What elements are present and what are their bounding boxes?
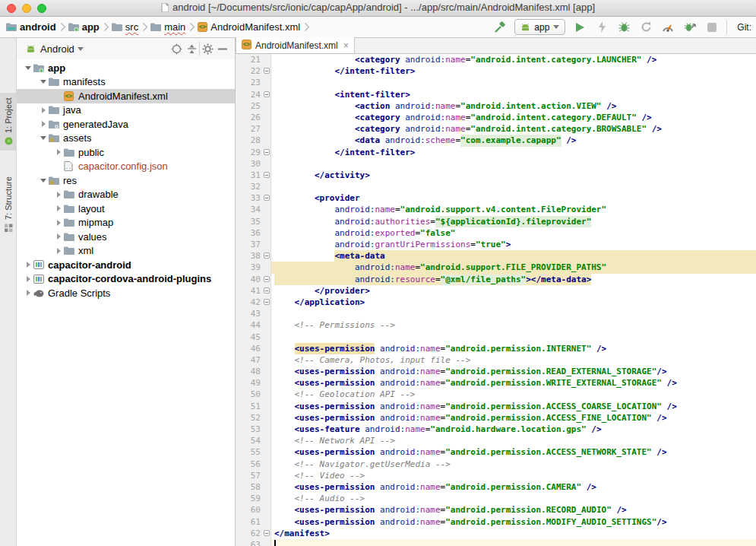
line-number[interactable]: 32 xyxy=(236,181,270,192)
expand-arrow-icon[interactable] xyxy=(53,220,64,226)
line-number[interactable]: 48 xyxy=(236,366,270,377)
tree-item-layout[interactable]: layout xyxy=(17,202,235,216)
tree-item-capacitor-cordova-android-plugins[interactable]: capacitor-cordova-android-plugins xyxy=(17,272,235,287)
line-number[interactable]: 26 xyxy=(236,112,270,123)
breadcrumb-item-android[interactable]: android xyxy=(6,21,56,33)
fold-marker-icon[interactable] xyxy=(264,276,270,282)
code-line-53[interactable]: <uses-feature android:name="android.hard… xyxy=(271,424,756,435)
line-number[interactable]: 41 xyxy=(236,285,270,297)
code-line-42[interactable]: </application> xyxy=(271,297,756,308)
line-number[interactable]: 44 xyxy=(236,319,270,331)
code-line-52[interactable]: <uses-permission android:name="android.p… xyxy=(271,412,756,424)
code-line-24[interactable]: <intent-filter> xyxy=(271,89,756,100)
code-line-35[interactable]: android:authorities="${applicationId}.fi… xyxy=(271,216,756,227)
expand-arrow-icon[interactable] xyxy=(53,205,64,211)
code-line-40[interactable]: android:resource="@xml/file_paths"></met… xyxy=(271,274,756,285)
editor-gutter[interactable]: 2122232425262728293031323334353637383940… xyxy=(236,54,271,546)
expand-arrow-icon[interactable] xyxy=(53,248,64,254)
tool-window-button-structure[interactable]: 7: Structure xyxy=(0,171,17,237)
breadcrumb-item-main[interactable]: main xyxy=(150,21,185,33)
tree-item-app[interactable]: app xyxy=(17,61,235,75)
expand-arrow-icon[interactable] xyxy=(23,276,33,282)
code-line-62[interactable]: </manifest> xyxy=(271,528,756,539)
line-number[interactable]: 49 xyxy=(236,377,270,389)
fold-marker-icon[interactable] xyxy=(264,195,270,201)
line-number[interactable]: 33 xyxy=(236,192,270,204)
line-number[interactable]: 40 xyxy=(236,274,270,285)
debug-button[interactable] xyxy=(616,20,631,35)
code-line-63[interactable] xyxy=(271,539,756,546)
code-line-43[interactable] xyxy=(271,308,756,319)
line-number[interactable]: 27 xyxy=(236,123,270,135)
line-number[interactable]: 39 xyxy=(236,262,270,273)
stop-button[interactable] xyxy=(704,20,720,35)
line-number[interactable]: 47 xyxy=(236,354,270,366)
collapse-arrow-icon[interactable] xyxy=(23,66,33,70)
fold-marker-icon[interactable] xyxy=(264,287,270,294)
code-line-41[interactable]: </provider> xyxy=(271,285,756,297)
line-number[interactable]: 35 xyxy=(236,216,270,227)
fold-marker-icon[interactable] xyxy=(264,530,270,536)
collapse-all-button[interactable] xyxy=(184,41,199,56)
code-line-29[interactable]: </intent-filter> xyxy=(271,147,756,158)
code-line-34[interactable]: android:name="android.support.v4.content… xyxy=(271,204,756,215)
tree-item-manifests[interactable]: manifests xyxy=(17,75,235,90)
line-number[interactable]: 22 xyxy=(236,65,270,77)
code-line-39[interactable]: android:name="android.support.FILE_PROVI… xyxy=(271,262,756,273)
code-line-33[interactable]: <provider xyxy=(271,192,756,204)
expand-arrow-icon[interactable] xyxy=(23,290,33,296)
tree-item-capacitor-android[interactable]: capacitor-android xyxy=(17,258,235,272)
expand-arrow-icon[interactable] xyxy=(38,121,49,127)
tree-item-values[interactable]: values xyxy=(17,230,235,244)
locate-file-button[interactable] xyxy=(169,41,184,56)
line-number[interactable]: 55 xyxy=(236,446,270,458)
code-line-61[interactable]: <uses-permission android:name="android.p… xyxy=(271,516,756,528)
code-line-56[interactable]: <!-- Navigator.getUserMedia --> xyxy=(271,459,756,470)
breadcrumb-item-src[interactable]: src xyxy=(112,21,138,33)
run-configuration-select[interactable]: app xyxy=(514,19,565,35)
tree-item-java[interactable]: java xyxy=(17,103,235,118)
line-number[interactable]: 52 xyxy=(236,412,270,424)
collapse-arrow-icon[interactable] xyxy=(38,179,49,183)
line-number[interactable]: 36 xyxy=(236,227,270,239)
hide-panel-button[interactable] xyxy=(215,41,230,56)
fold-marker-icon[interactable] xyxy=(264,172,270,178)
code-line-60[interactable]: <uses-permission android:name="android.p… xyxy=(271,504,756,516)
breadcrumb-item-androidmanifest-xml[interactable]: <>AndroidManifest.xml xyxy=(198,21,300,33)
code-line-58[interactable]: <uses-permission android:name="android.p… xyxy=(271,481,756,493)
code-line-44[interactable]: <!-- Permissions --> xyxy=(271,319,756,331)
expand-arrow-icon[interactable] xyxy=(38,107,49,113)
code-line-48[interactable]: <uses-permission android:name="android.p… xyxy=(271,366,756,377)
line-number[interactable]: 46 xyxy=(236,343,270,354)
line-number[interactable]: 56 xyxy=(236,459,270,470)
line-number[interactable]: 24 xyxy=(236,89,270,100)
code-line-21[interactable]: <category android:name="android.intent.c… xyxy=(271,54,756,65)
code-line-37[interactable]: android:grantUriPermissions="true"> xyxy=(271,239,756,250)
tree-item-mipmap[interactable]: mipmap xyxy=(17,216,235,230)
code-line-47[interactable]: <!-- Camera, Photos, input file --> xyxy=(271,354,756,366)
tree-item-capacitor-config-json[interactable]: {..}capacitor.config.json xyxy=(17,160,235,174)
line-number[interactable]: 51 xyxy=(236,401,270,412)
line-number[interactable]: 37 xyxy=(236,239,270,250)
close-tab-icon[interactable]: × xyxy=(343,40,349,51)
project-view-selector[interactable]: Android xyxy=(40,43,74,55)
line-number[interactable]: 53 xyxy=(236,424,270,435)
line-number[interactable]: 30 xyxy=(236,158,270,170)
line-number[interactable]: 43 xyxy=(236,308,270,319)
fold-marker-icon[interactable] xyxy=(264,252,270,259)
expand-arrow-icon[interactable] xyxy=(23,262,33,268)
code-line-49[interactable]: <uses-permission android:name="android.p… xyxy=(271,377,756,389)
tree-item-generatedjava[interactable]: generatedJava xyxy=(17,117,235,132)
line-number[interactable]: 23 xyxy=(236,77,270,88)
tab-androidmanifest[interactable]: <> AndroidManifest.xml × xyxy=(236,37,355,53)
fold-marker-icon[interactable] xyxy=(264,68,270,74)
line-number[interactable]: 50 xyxy=(236,389,270,400)
code-line-32[interactable] xyxy=(271,181,756,192)
collapse-arrow-icon[interactable] xyxy=(38,136,49,140)
tree-item-xml[interactable]: xml xyxy=(17,244,235,259)
code-line-51[interactable]: <uses-permission android:name="android.p… xyxy=(271,401,756,412)
line-number[interactable]: 62 xyxy=(236,528,270,539)
line-number[interactable]: 58 xyxy=(236,481,270,493)
tree-item-gradle-scripts[interactable]: Gradle Scripts xyxy=(17,286,235,300)
collapse-arrow-icon[interactable] xyxy=(38,80,49,84)
